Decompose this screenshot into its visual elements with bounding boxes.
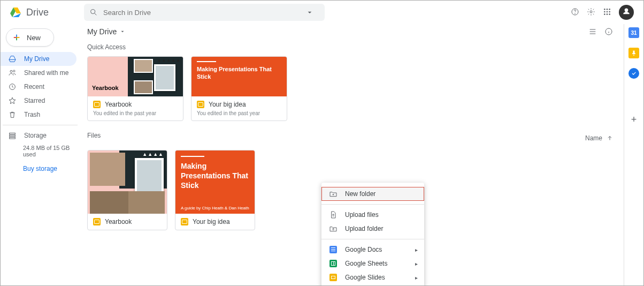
sidebar-item-label: My Drive <box>24 55 49 63</box>
divider <box>3 125 78 125</box>
chevron-right-icon: ▸ <box>415 275 418 281</box>
file-thumbnail: ▲▲▲▲ <box>88 150 167 214</box>
menu-label: Google Docs <box>345 246 382 253</box>
quick-access-label: Quick Access <box>87 43 613 51</box>
menu-label: Google Slides <box>345 274 385 281</box>
thumb-text: Making Presentations That Stick <box>181 161 249 191</box>
svg-point-10 <box>609 11 610 12</box>
chevron-right-icon: ▸ <box>415 247 418 253</box>
svg-point-6 <box>607 9 608 10</box>
details-icon[interactable] <box>604 27 613 37</box>
menu-label: New folder <box>345 190 375 198</box>
thumb-subtext: A guide by Chip Heath & Dan Heath <box>181 206 249 210</box>
recent-icon <box>8 82 17 91</box>
star-icon <box>8 96 17 105</box>
sidebar-item-shared[interactable]: Shared with me <box>1 66 76 80</box>
search-input[interactable] <box>103 9 305 17</box>
svg-point-5 <box>604 9 605 10</box>
breadcrumb[interactable]: My Drive <box>87 27 613 36</box>
menu-google-docs[interactable]: Google Docs ▸ <box>321 243 424 257</box>
search-icon <box>89 8 98 17</box>
settings-icon[interactable] <box>587 7 595 18</box>
keep-icon[interactable] <box>628 48 639 58</box>
sidebar-item-recent[interactable]: Recent <box>1 80 76 94</box>
search-dropdown-icon[interactable] <box>305 8 314 17</box>
calendar-icon[interactable]: 31 <box>628 27 639 38</box>
chevron-right-icon: ▸ <box>415 261 418 267</box>
sidebar-item-starred[interactable]: Starred <box>1 94 76 108</box>
sheets-icon <box>329 260 337 267</box>
svg-point-9 <box>607 11 608 12</box>
header: Drive <box>1 1 643 24</box>
card-title: Yearbook <box>105 101 132 108</box>
sidebar-item-label: Storage <box>24 132 47 139</box>
menu-google-sheets[interactable]: Google Sheets ▸ <box>321 257 424 270</box>
file-title: Yearbook <box>105 218 132 225</box>
storage-usage: 24.8 MB of 15 GB used <box>1 142 80 160</box>
my-drive-icon <box>8 55 17 63</box>
quick-access-card[interactable]: ▲▲▲▲▲ Yearbook Yearbook You edited in th… <box>87 56 183 121</box>
file-title: Your big idea <box>193 218 230 225</box>
new-button-label: New <box>27 34 41 42</box>
svg-point-14 <box>10 70 12 72</box>
svg-point-15 <box>13 70 15 72</box>
slides-icon <box>181 218 188 225</box>
upload-folder-icon <box>329 224 338 233</box>
context-menu: New folder Upload files Upload folder Go… <box>321 183 424 286</box>
folder-plus-icon <box>329 190 338 198</box>
sidebar-item-label: Recent <box>24 83 44 91</box>
account-avatar[interactable] <box>619 5 634 20</box>
slides-icon <box>329 274 337 281</box>
card-thumbnail: Making Presentations That Stick <box>191 57 287 96</box>
menu-upload-folder[interactable]: Upload folder <box>321 222 424 236</box>
search-bar[interactable] <box>84 4 325 21</box>
slides-icon <box>93 218 101 225</box>
header-actions <box>571 5 639 20</box>
app-name: Drive <box>26 7 49 18</box>
svg-line-1 <box>95 13 96 15</box>
card-subtitle: You edited in the past year <box>197 110 281 116</box>
side-rail: 31 + <box>624 24 643 285</box>
breadcrumb-label: My Drive <box>87 27 117 36</box>
menu-label: Upload folder <box>345 225 383 232</box>
sidebar-item-label: Shared with me <box>24 69 68 77</box>
plus-icon <box>12 33 21 42</box>
menu-google-slides[interactable]: Google Slides ▸ <box>321 270 424 284</box>
svg-point-12 <box>607 13 608 15</box>
sidebar-item-label: Starred <box>24 97 45 104</box>
add-app-icon[interactable]: + <box>631 114 637 125</box>
svg-rect-18 <box>10 135 16 137</box>
card-title: Your big idea <box>209 101 246 108</box>
menu-upload-files[interactable]: Upload files <box>321 208 424 222</box>
apps-icon[interactable] <box>603 7 611 18</box>
card-subtitle: You edited in the past year <box>93 110 178 116</box>
sidebar-item-trash[interactable]: Trash <box>1 108 76 122</box>
thumb-text: Making Presentations That Stick <box>197 65 281 81</box>
view-controls <box>588 27 613 37</box>
svg-point-7 <box>609 9 610 10</box>
thumb-text: Yearbook <box>92 85 119 91</box>
slides-icon <box>197 101 204 108</box>
list-view-icon[interactable] <box>588 27 597 37</box>
tasks-icon[interactable] <box>628 68 639 79</box>
file-card[interactable]: Making Presentations That Stick A guide … <box>175 150 255 230</box>
file-card[interactable]: ▲▲▲▲ Yearbook <box>87 150 167 230</box>
sidebar-item-my-drive[interactable]: My Drive <box>1 52 76 66</box>
menu-label: Google Sheets <box>345 260 387 267</box>
buy-storage-link[interactable]: Buy storage <box>1 160 80 172</box>
storage-icon <box>8 131 17 140</box>
svg-point-4 <box>590 11 592 13</box>
svg-point-8 <box>604 11 605 12</box>
sort-control[interactable]: Name <box>585 134 613 142</box>
logo-area[interactable]: Drive <box>5 6 84 19</box>
sidebar-item-storage[interactable]: Storage <box>1 129 76 142</box>
svg-rect-19 <box>10 137 16 139</box>
svg-point-0 <box>91 10 95 14</box>
help-icon[interactable] <box>571 7 579 18</box>
quick-access-card[interactable]: Making Presentations That Stick Your big… <box>191 56 287 121</box>
new-button[interactable]: New <box>6 28 54 47</box>
sort-label: Name <box>585 134 602 142</box>
menu-new-folder[interactable]: New folder <box>321 187 424 201</box>
divider <box>321 204 424 205</box>
shared-icon <box>8 69 17 77</box>
